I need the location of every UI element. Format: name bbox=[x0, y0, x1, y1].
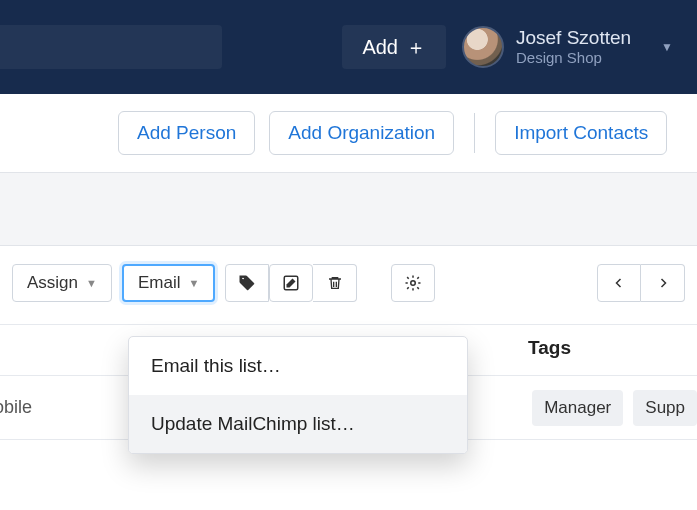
chevron-right-icon bbox=[657, 275, 669, 291]
assign-button[interactable]: Assign ▼ bbox=[12, 264, 112, 302]
next-page-button[interactable] bbox=[641, 264, 685, 302]
action-row: Add Person Add Organization Import Conta… bbox=[0, 94, 697, 172]
caret-down-icon: ▼ bbox=[188, 277, 199, 289]
icon-button-group bbox=[225, 264, 357, 302]
add-button[interactable]: Add ＋ bbox=[342, 25, 446, 69]
tag-icon bbox=[238, 274, 256, 292]
avatar bbox=[462, 26, 504, 68]
tag-button[interactable] bbox=[225, 264, 269, 302]
dropdown-item-email-list[interactable]: Email this list… bbox=[129, 337, 467, 395]
profile-subtitle: Design Shop bbox=[516, 49, 631, 67]
pager bbox=[597, 264, 685, 302]
chevron-down-icon: ▼ bbox=[661, 40, 673, 54]
cell-phone-type: obile bbox=[0, 397, 32, 418]
chevron-left-icon bbox=[613, 275, 625, 291]
add-organization-button[interactable]: Add Organization bbox=[269, 111, 454, 155]
email-label: Email bbox=[138, 273, 181, 293]
dropdown-item-update-mailchimp[interactable]: Update MailChimp list… bbox=[129, 395, 467, 453]
search-input[interactable] bbox=[0, 25, 222, 69]
trash-icon bbox=[327, 274, 343, 292]
plus-icon: ＋ bbox=[406, 34, 426, 61]
gear-icon bbox=[404, 274, 422, 292]
svg-point-1 bbox=[411, 281, 416, 286]
caret-down-icon: ▼ bbox=[86, 277, 97, 289]
profile-menu[interactable]: Josef Szotten Design Shop ▼ bbox=[462, 26, 673, 68]
settings-button[interactable] bbox=[391, 264, 435, 302]
edit-button[interactable] bbox=[269, 264, 313, 302]
import-contacts-button[interactable]: Import Contacts bbox=[495, 111, 667, 155]
profile-name: Josef Szotten bbox=[516, 27, 631, 50]
add-person-button[interactable]: Add Person bbox=[118, 111, 255, 155]
filter-band bbox=[0, 172, 697, 246]
add-button-label: Add bbox=[362, 36, 398, 59]
column-header-tags: Tags bbox=[528, 337, 571, 359]
divider bbox=[474, 113, 475, 153]
tag-chip[interactable]: Supp bbox=[633, 390, 697, 426]
assign-label: Assign bbox=[27, 273, 78, 293]
edit-icon bbox=[282, 274, 300, 292]
email-dropdown: Email this list… Update MailChimp list… bbox=[128, 336, 468, 454]
top-navbar: Add ＋ Josef Szotten Design Shop ▼ bbox=[0, 0, 697, 94]
email-button[interactable]: Email ▼ bbox=[122, 264, 215, 302]
prev-page-button[interactable] bbox=[597, 264, 641, 302]
delete-button[interactable] bbox=[313, 264, 357, 302]
list-toolbar: Assign ▼ Email ▼ bbox=[0, 246, 697, 304]
tag-chip[interactable]: Manager bbox=[532, 390, 623, 426]
cell-tags: Manager Supp bbox=[532, 390, 697, 426]
